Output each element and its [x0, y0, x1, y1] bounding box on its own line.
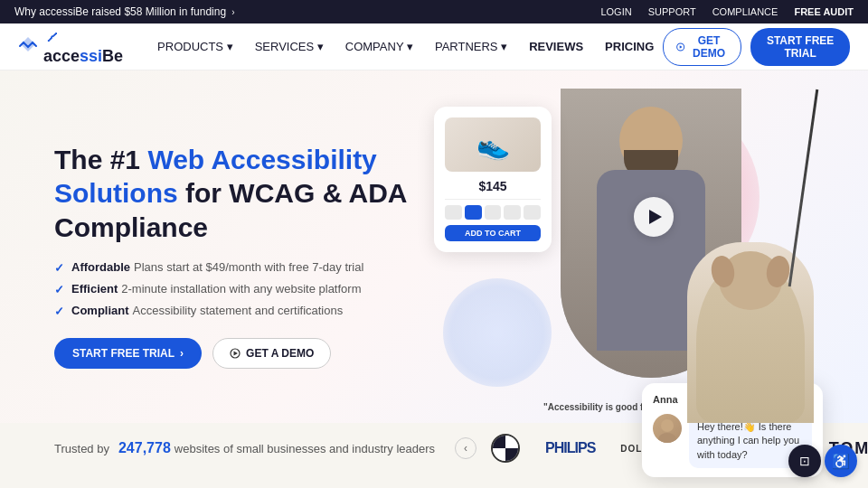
announcement-text: Why accessiBe raised $58 Million in fund…	[14, 5, 226, 18]
logo-icon	[18, 34, 38, 59]
nav-free-audit[interactable]: FREE AUDIT	[794, 6, 854, 17]
ctrl-btn-4	[504, 205, 521, 220]
logo-text: ⟋ accessiBe	[43, 28, 123, 66]
svg-point-5	[658, 433, 676, 443]
hero-right-visuals: 👟 $145 ADD TO CART	[434, 89, 814, 423]
dog-head	[719, 251, 782, 310]
ctrl-btn-3	[485, 205, 502, 220]
check-icon-1: ✓	[54, 261, 64, 275]
nav-services[interactable]: SERVICES ▾	[246, 34, 333, 59]
ctrl-btn-5	[524, 205, 541, 220]
hero-features-list: ✓ AffordablePlans start at $49/month wit…	[54, 260, 434, 318]
svg-point-4	[661, 419, 674, 432]
add-to-cart-btn: ADD TO CART	[445, 225, 541, 241]
chat-agent-name: Anna	[653, 394, 678, 405]
svg-marker-1	[680, 45, 683, 48]
screen-icon: ⊡	[799, 454, 810, 468]
nav-right-actions: GET DEMO START FREE TRIAL	[663, 28, 850, 66]
nav-support[interactable]: SUPPORT	[648, 6, 696, 17]
play-triangle-icon	[649, 210, 662, 224]
feature-affordable: ✓ AffordablePlans start at $49/month wit…	[54, 260, 434, 275]
ctrl-btn-2	[465, 205, 482, 220]
hero-section: The #1 Web Accessibility Solutions for W…	[0, 70, 868, 423]
announcement-bar: Why accessiBe raised $58 Million in fund…	[0, 0, 868, 23]
bmw-inner	[493, 436, 518, 461]
hero-title: The #1 Web Accessibility Solutions for W…	[54, 143, 434, 245]
check-icon-2: ✓	[54, 283, 64, 296]
agent-avatar-icon	[653, 414, 682, 443]
dog-ear-left	[709, 254, 737, 289]
card-divider	[445, 199, 541, 200]
product-card-mockup: 👟 $145 ADD TO CART	[434, 107, 552, 252]
hero-start-free-trial-button[interactable]: START FREE TRIAL ›	[54, 338, 202, 369]
card-controls	[445, 205, 541, 220]
trusted-count: 247,778	[118, 440, 171, 456]
nav-products[interactable]: PRODUCTS ▾	[148, 34, 242, 59]
feature-efficient: ✓ Efficient2-minute installation with an…	[54, 282, 434, 296]
brands-prev-button[interactable]: ‹	[455, 437, 476, 459]
feature-compliant: ✓ CompliantAccessibility statement and c…	[54, 304, 434, 318]
nav-links: PRODUCTS ▾ SERVICES ▾ COMPANY ▾ PARTNERS…	[148, 34, 663, 59]
main-navbar: ⟋ accessiBe PRODUCTS ▾ SERVICES ▾ COMPAN…	[0, 23, 868, 70]
logo[interactable]: ⟋ accessiBe	[18, 28, 123, 66]
accessibility-icon: ♿	[832, 453, 850, 470]
dog-image	[687, 242, 814, 423]
nav-company[interactable]: COMPANY ▾	[336, 34, 422, 59]
accessibility-menu-button[interactable]: ⊡	[788, 445, 821, 477]
shoe-image: 👟	[445, 117, 541, 172]
chat-avatar	[653, 414, 682, 443]
nav-partners[interactable]: PARTNERS ▾	[426, 34, 516, 59]
demo-play-icon	[230, 348, 241, 359]
cane-visual	[788, 89, 819, 286]
play-button[interactable]	[634, 197, 674, 237]
accessibility-widget-button[interactable]: ♿	[825, 445, 857, 477]
check-icon-3: ✓	[54, 305, 64, 318]
announcement-left[interactable]: Why accessiBe raised $58 Million in fund…	[14, 5, 234, 18]
nav-login[interactable]: LOGIN	[600, 6, 631, 17]
trusted-label-2: websites of small businesses and industr…	[175, 442, 435, 455]
bmw-logo-icon	[491, 434, 520, 463]
decorative-blob-blue	[443, 278, 552, 387]
hero-left-content: The #1 Web Accessibility Solutions for W…	[54, 143, 434, 370]
play-icon-small	[676, 41, 684, 53]
hero-buttons: START FREE TRIAL › GET A DEMO	[54, 338, 434, 369]
brand-philips: PHILIPS	[545, 440, 595, 456]
hero-get-demo-button[interactable]: GET A DEMO	[212, 338, 331, 369]
trusted-label: Trusted by	[54, 442, 109, 455]
announcement-chevron: ›	[231, 7, 234, 17]
get-demo-button[interactable]: GET DEMO	[663, 28, 741, 66]
product-price: $145	[445, 179, 541, 193]
nav-pricing[interactable]: PRICING	[596, 34, 663, 59]
nav-compliance[interactable]: COMPLIANCE	[712, 6, 778, 17]
start-free-trial-button[interactable]: START FREE TRIAL	[750, 28, 850, 66]
brand-bmw	[491, 434, 520, 463]
ctrl-btn-1	[445, 205, 462, 220]
announcement-right-nav: LOGIN SUPPORT COMPLIANCE FREE AUDIT	[600, 6, 854, 17]
nav-reviews[interactable]: REVIEWS	[520, 34, 592, 59]
svg-marker-3	[234, 352, 239, 356]
